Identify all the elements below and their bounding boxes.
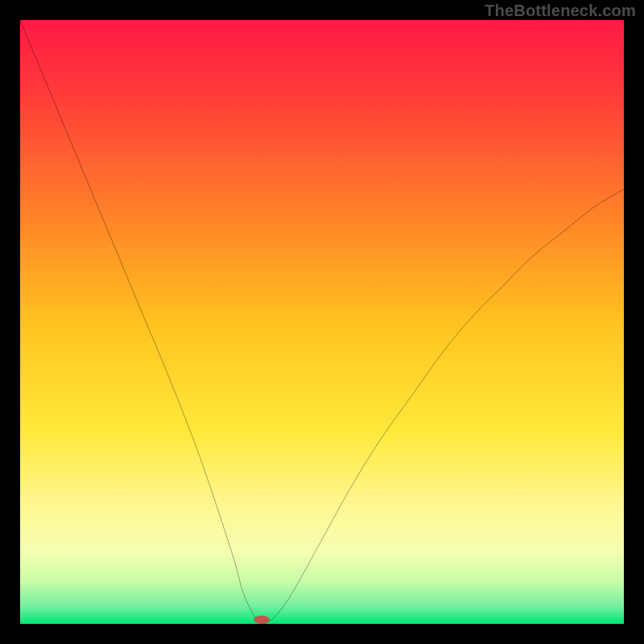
plot-background <box>20 20 624 624</box>
bottleneck-chart <box>20 20 624 624</box>
watermark-text: TheBottleneck.com <box>485 2 636 20</box>
chart-frame: TheBottleneck.com <box>0 0 644 644</box>
optimal-point-marker <box>254 616 270 624</box>
